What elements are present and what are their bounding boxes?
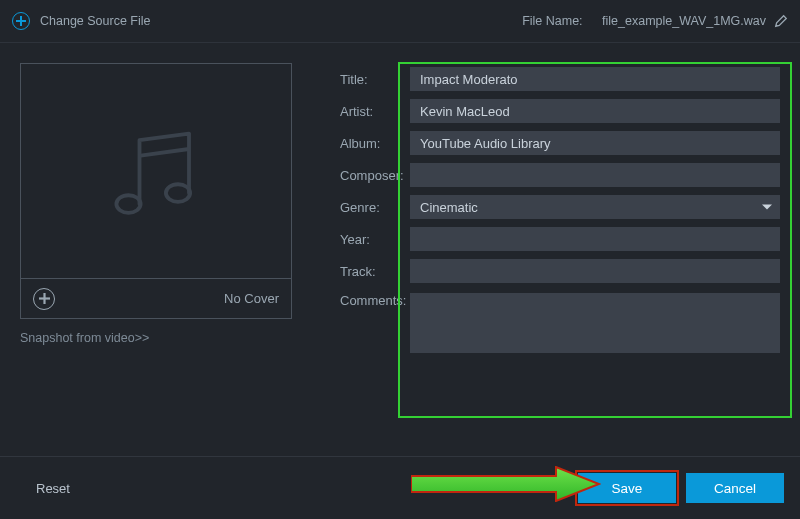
genre-label: Genre:: [338, 200, 410, 215]
svg-point-3: [116, 195, 140, 213]
no-cover-label: No Cover: [224, 291, 279, 306]
artist-label: Artist:: [338, 104, 410, 119]
reset-button[interactable]: Reset: [36, 472, 126, 504]
cover-art-box: No Cover: [20, 63, 292, 319]
comments-label: Comments:: [338, 293, 410, 308]
save-button[interactable]: Save: [578, 473, 676, 503]
comments-input[interactable]: [410, 293, 780, 353]
file-name-display: File Name: file_example_WAV_1MG.wav: [522, 14, 788, 28]
album-label: Album:: [338, 136, 410, 151]
change-source-file-button[interactable]: Change Source File: [12, 12, 150, 30]
change-source-file-label: Change Source File: [40, 14, 150, 28]
file-name-label: File Name:: [522, 14, 582, 28]
genre-select[interactable]: [410, 195, 780, 219]
file-name-value: file_example_WAV_1MG.wav: [602, 14, 766, 28]
track-label: Track:: [338, 264, 410, 279]
cancel-button[interactable]: Cancel: [686, 473, 784, 503]
artist-input[interactable]: [410, 99, 780, 123]
genre-value[interactable]: [410, 195, 780, 219]
add-cover-button[interactable]: [33, 288, 55, 310]
composer-label: Composer:: [338, 168, 410, 183]
music-note-icon: [21, 64, 291, 278]
svg-line-2: [141, 149, 189, 156]
album-input[interactable]: [410, 131, 780, 155]
snapshot-from-video-link[interactable]: Snapshot from video>>: [20, 331, 292, 345]
title-label: Title:: [338, 72, 410, 87]
plus-icon: [12, 12, 30, 30]
year-label: Year:: [338, 232, 410, 247]
edit-icon[interactable]: [774, 14, 788, 28]
track-input[interactable]: [410, 259, 780, 283]
footer-bar: Reset Save Cancel: [0, 457, 800, 519]
title-input[interactable]: [410, 67, 780, 91]
year-input[interactable]: [410, 227, 780, 251]
composer-input[interactable]: [410, 163, 780, 187]
svg-point-4: [166, 184, 190, 202]
header-bar: Change Source File File Name: file_examp…: [0, 0, 800, 42]
